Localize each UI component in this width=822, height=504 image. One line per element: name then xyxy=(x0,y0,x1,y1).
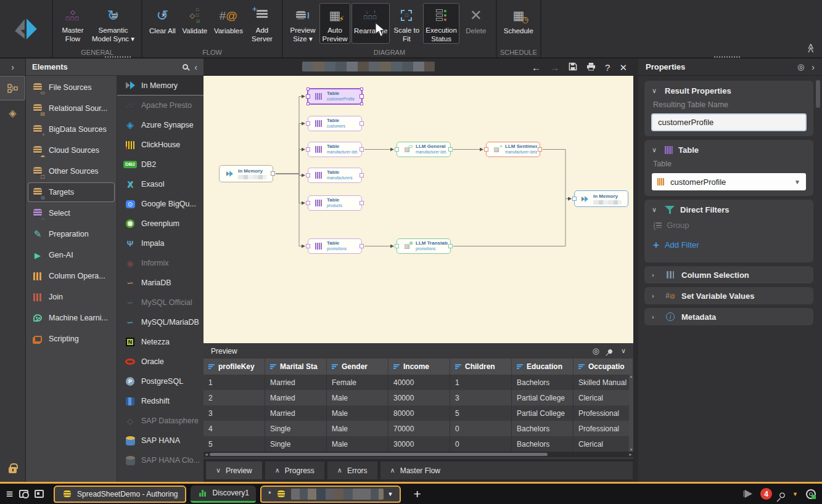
node-table-products[interactable]: Tableproducts xyxy=(308,195,362,211)
connector-item-exasol[interactable]: XExasol xyxy=(117,174,203,194)
node-table-manufacturer-det[interactable]: Tablemanufacturer det... xyxy=(308,142,362,157)
category-item-targets[interactable]: ◎Targets xyxy=(28,182,115,202)
connector-item-db2[interactable]: DB2DB2 xyxy=(117,155,203,174)
column-header-income[interactable]: Income xyxy=(388,359,450,375)
category-item-join[interactable]: Join xyxy=(26,287,117,307)
connector-item-oracle[interactable]: Oracle xyxy=(117,352,203,372)
output-port[interactable] xyxy=(360,147,364,152)
preview-mode-icon[interactable] xyxy=(19,490,28,498)
input-port[interactable] xyxy=(306,173,310,177)
column-header-marital-sta[interactable]: Marital Sta xyxy=(265,359,327,375)
input-port[interactable] xyxy=(395,147,399,152)
node-table-customerprofile[interactable]: TablecustomerProfile xyxy=(308,89,362,104)
node-table-promotions[interactable]: Tablepromotions xyxy=(308,238,362,254)
taskbar-tab-spreadsheetdemo-authoring[interactable]: SpreadSheetDemo - Authoring xyxy=(54,486,186,503)
category-item-other-sources[interactable]: ▢Other Sources xyxy=(26,161,117,182)
output-port[interactable] xyxy=(448,147,453,152)
app-logo[interactable] xyxy=(0,0,53,57)
selection-handle[interactable] xyxy=(306,87,310,91)
selection-handle[interactable] xyxy=(306,102,310,105)
ribbon-button-scale-to-fit[interactable]: □Scale to Fit xyxy=(391,3,422,44)
ribbon-button-delete[interactable]: ✕Delete xyxy=(461,3,491,44)
ribbon-button-preview-size[interactable]: IPreview Size ▾ xyxy=(287,3,318,44)
ribbon-button-semantic-model-sync[interactable]: ↻Semantic Model Sync ▾ xyxy=(89,3,137,44)
category-item-file-sources[interactable]: ▭File Sources xyxy=(26,77,117,98)
connector-item-informix[interactable]: ◉Informix xyxy=(117,253,203,273)
category-item-relational-sour[interactable]: ▤Relational Sour... xyxy=(26,98,117,119)
taskbar-tab-redacted[interactable]: *▼ xyxy=(260,486,401,503)
search-icon[interactable] xyxy=(183,64,188,70)
ribbon-button-master-flow[interactable]: ◇□□□Master Flow xyxy=(57,3,88,44)
resulting-table-name-input[interactable] xyxy=(652,114,806,131)
tab-progress[interactable]: ∧Progress xyxy=(265,461,325,480)
node-table-customers[interactable]: Tablecustomers xyxy=(308,116,362,131)
ribbon-button-execution-status[interactable]: Execution Status xyxy=(423,3,459,44)
back-icon[interactable]: ← xyxy=(532,63,541,72)
save-icon[interactable] xyxy=(569,62,577,72)
connector-item-sap-datasphere[interactable]: ◇SAP Datasphere xyxy=(117,411,203,431)
add-filter-button[interactable]: + Add Filter xyxy=(653,240,806,250)
category-item-preparation[interactable]: ✎Preparation xyxy=(26,224,117,245)
column-header-gender[interactable]: Gender xyxy=(327,359,388,375)
output-port[interactable] xyxy=(360,201,364,205)
rail-lock[interactable] xyxy=(0,467,25,473)
watch-icon[interactable]: ◎ xyxy=(593,347,599,355)
ribbon-button-variables[interactable]: #@Variables xyxy=(212,3,245,44)
gen-ai-indicator-icon[interactable] xyxy=(743,490,752,498)
category-item-scripting[interactable]: Scripting xyxy=(26,328,117,349)
node-llm-sentiment-manufacturer-detai[interactable]: ▨+LLM Sentimentmanufacturer detai... xyxy=(486,142,540,157)
node-in-memory[interactable]: In Memory xyxy=(219,165,273,182)
collapse-elements-icon[interactable]: ‹ xyxy=(194,62,197,72)
output-port[interactable] xyxy=(538,147,542,152)
collapsed-card-set-variable-values[interactable]: ›#@Set Variable Values xyxy=(644,287,813,304)
flow-canvas[interactable]: In MemoryTablecustomerProfileTablecustom… xyxy=(203,76,633,343)
output-port[interactable] xyxy=(448,244,453,248)
input-port[interactable] xyxy=(395,244,399,248)
ribbon-collapse-icon[interactable]: ≪ xyxy=(805,43,816,53)
connector-item-clickhouse[interactable]: ClickHouse xyxy=(117,135,203,155)
tab-errors[interactable]: ∧Errors xyxy=(327,461,378,480)
menu-icon[interactable]: ≡ xyxy=(6,488,13,500)
collapsed-card-metadata[interactable]: ›iMetadata xyxy=(644,308,813,325)
connector-item-mysql-official[interactable]: ∽MySQL Official xyxy=(117,293,203,312)
category-item-select[interactable]: →Select xyxy=(26,203,117,224)
scrollbar-thumb[interactable] xyxy=(210,453,548,456)
column-header-profilekey[interactable]: profileKey xyxy=(203,359,265,375)
chevron-down-icon[interactable]: ▼ xyxy=(388,491,393,497)
node-table-manufacturers[interactable]: Tablemanufacturers xyxy=(308,168,362,183)
pin-icon[interactable] xyxy=(779,487,785,501)
rail-tab-model[interactable]: ◈ xyxy=(0,100,25,125)
connector-item-azure-synapse[interactable]: ◈Azure Synapse xyxy=(117,115,203,135)
ribbon-button-add-server[interactable]: +Add Server xyxy=(247,3,277,44)
connector-item-apache-presto[interactable]: ∴∵Apache Presto xyxy=(117,96,203,115)
output-port[interactable] xyxy=(360,173,364,177)
scroll-right-icon[interactable]: ► xyxy=(628,452,633,457)
collapsed-card-column-selection[interactable]: ›Column Selection xyxy=(644,266,813,283)
input-port[interactable] xyxy=(572,197,577,201)
category-item-column-opera[interactable]: Column Opera... xyxy=(26,266,117,287)
column-header-education[interactable]: Education xyxy=(512,359,573,375)
connector-item-sap-hana[interactable]: SAP HANA xyxy=(117,431,203,450)
preview-vertical-scrollbar[interactable]: ▲▼ xyxy=(629,375,633,452)
connector-item-redshift[interactable]: Redshift xyxy=(117,391,203,411)
connector-item-in-memory[interactable]: In Memory xyxy=(117,76,203,96)
table-row[interactable]: 4SingleMale700000BachelorsProfessional xyxy=(203,421,633,436)
input-port[interactable] xyxy=(306,121,310,126)
category-item-gen-ai[interactable]: ▶Gen-AI xyxy=(26,245,117,266)
watch-properties-icon[interactable]: ◎ xyxy=(797,63,804,71)
selection-handle[interactable] xyxy=(360,102,363,105)
connector-item-postgresql[interactable]: PPostgreSQL xyxy=(117,372,203,391)
pin-icon[interactable] xyxy=(608,347,612,355)
chevron-down-icon[interactable]: ∨ xyxy=(652,146,659,154)
notification-badge[interactable]: 4 xyxy=(760,488,772,500)
connector-item-mariadb[interactable]: ∽MariaDB xyxy=(117,273,203,293)
output-port[interactable] xyxy=(360,121,364,126)
output-port[interactable] xyxy=(360,244,364,248)
connector-item-impala[interactable]: ΨImpala xyxy=(117,234,203,253)
input-port[interactable] xyxy=(306,94,310,99)
scroll-left-icon[interactable]: ◄ xyxy=(204,452,208,457)
connection-status-icon[interactable] xyxy=(806,489,816,499)
output-port[interactable] xyxy=(271,171,275,176)
column-header-children[interactable]: Children xyxy=(450,359,512,375)
chevron-down-icon[interactable]: ▼ xyxy=(794,179,800,185)
